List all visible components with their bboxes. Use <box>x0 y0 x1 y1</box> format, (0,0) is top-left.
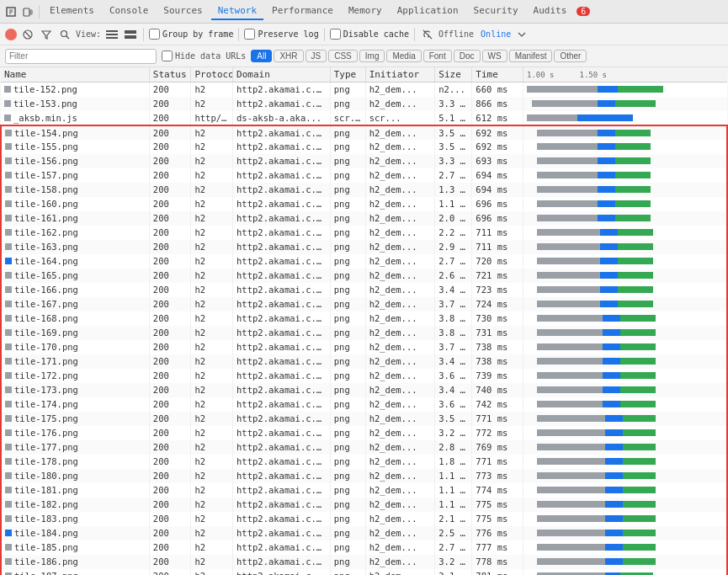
cell-name: tile-173.png <box>1 383 149 397</box>
table-row[interactable]: tile-181.png 200 h2 http2.akamai.c... pn… <box>1 483 727 498</box>
filter-type-js[interactable]: JS <box>306 50 327 62</box>
filter-type-xhr[interactable]: XHR <box>274 50 303 62</box>
filter-type-manifest[interactable]: Manifest <box>509 50 553 62</box>
record-btn[interactable] <box>5 29 17 40</box>
svg-rect-11 <box>125 35 136 39</box>
large-view-btn[interactable] <box>123 27 138 42</box>
cell-time: 773 ms <box>472 469 523 483</box>
table-row[interactable]: tile-156.png 200 h2 http2.akamai.c... pn… <box>1 154 727 168</box>
group-by-frame-checkbox[interactable] <box>149 29 160 40</box>
table-row[interactable]: tile-155.png 200 h2 http2.akamai.c... pn… <box>1 140 727 154</box>
col-header-size[interactable]: Size <box>435 67 472 83</box>
col-header-type[interactable]: Type <box>330 67 365 83</box>
tab-application[interactable]: Application <box>391 3 465 20</box>
table-row[interactable]: tile-166.png 200 h2 http2.akamai.c... pn… <box>1 283 727 297</box>
table-row[interactable]: tile-178.png 200 h2 http2.akamai.c... pn… <box>1 455 727 469</box>
filter-type-img[interactable]: Img <box>359 50 385 62</box>
tab-audits[interactable]: Audits <box>527 3 574 20</box>
table-row[interactable]: tile-176.png 200 h2 http2.akamai.c... pn… <box>1 426 727 440</box>
svg-rect-9 <box>106 37 118 39</box>
hide-data-urls-toggle[interactable]: Hide data URLs <box>162 51 246 61</box>
col-header-waterfall[interactable]: 1.00 s 1.50 s <box>523 67 727 83</box>
group-by-frame-toggle[interactable]: Group by frame <box>149 29 233 40</box>
filter-type-doc[interactable]: Doc <box>454 50 481 62</box>
disable-cache-checkbox[interactable] <box>330 29 341 40</box>
cell-waterfall <box>523 340 727 354</box>
clear-btn[interactable] <box>20 27 35 42</box>
table-row[interactable]: _aksb.min.js 200 http/1.1 ds-aksb-a.aka.… <box>1 111 727 125</box>
col-header-status[interactable]: Status <box>149 67 191 83</box>
tab-console[interactable]: Console <box>103 3 155 20</box>
table-row[interactable]: tile-161.png 200 h2 http2.akamai.c... pn… <box>1 211 727 226</box>
table-row[interactable]: tile-171.png 200 h2 http2.akamai.c... pn… <box>1 354 727 369</box>
cell-time: 693 ms <box>472 154 523 168</box>
tab-security[interactable]: Security <box>467 3 525 20</box>
table-row[interactable]: tile-187.png 200 h2 http2.akamai.c... pn… <box>1 569 727 576</box>
table-row[interactable]: tile-168.png 200 h2 http2.akamai.c... pn… <box>1 311 727 326</box>
table-row[interactable]: tile-175.png 200 h2 http2.akamai.c... pn… <box>1 412 727 426</box>
table-row[interactable]: tile-177.png 200 h2 http2.akamai.c... pn… <box>1 440 727 455</box>
cell-time: 777 ms <box>472 540 523 555</box>
table-row[interactable]: tile-173.png 200 h2 http2.akamai.c... pn… <box>1 383 727 397</box>
cell-status: 200 <box>149 498 191 512</box>
list-view-btn[interactable] <box>104 27 120 42</box>
cell-size: 3.1 ... <box>435 569 472 576</box>
table-row[interactable]: tile-152.png 200 h2 http2.akamai.c... pn… <box>1 83 727 97</box>
device-icon[interactable] <box>20 4 35 19</box>
table-row[interactable]: tile-154.png 200 h2 http2.akamai.c... pn… <box>1 125 727 140</box>
tab-performance[interactable]: Performance <box>265 3 340 20</box>
table-row[interactable]: tile-160.png 200 h2 http2.akamai.c... pn… <box>1 197 727 211</box>
tab-sources[interactable]: Sources <box>157 3 209 20</box>
table-row[interactable]: tile-182.png 200 h2 http2.akamai.c... pn… <box>1 498 727 512</box>
offline-icon[interactable] <box>420 27 435 42</box>
cell-name: tile-180.png <box>1 469 149 483</box>
disable-cache-toggle[interactable]: Disable cache <box>330 29 409 40</box>
network-table[interactable]: Name Status Protocol Domain Type Initiat… <box>0 67 728 575</box>
table-row[interactable]: tile-163.png 200 h2 http2.akamai.c... pn… <box>1 240 727 254</box>
table-row[interactable]: tile-183.png 200 h2 http2.akamai.c... pn… <box>1 512 727 526</box>
filter-type-ws[interactable]: WS <box>482 50 507 62</box>
table-row[interactable]: tile-167.png 200 h2 http2.akamai.c... pn… <box>1 297 727 311</box>
table-row[interactable]: tile-153.png 200 h2 http2.akamai.c... pn… <box>1 97 727 111</box>
tab-memory[interactable]: Memory <box>342 3 389 20</box>
filter-input[interactable] <box>5 49 157 64</box>
table-row[interactable]: tile-184.png 200 h2 http2.akamai.c... pn… <box>1 526 727 540</box>
filter-type-css[interactable]: CSS <box>328 50 358 62</box>
col-header-initiator[interactable]: Initiator <box>365 67 435 83</box>
row-filename: tile-157.png <box>14 170 78 180</box>
preserve-log-toggle[interactable]: Preserve log <box>244 29 318 40</box>
search-icon-btn[interactable] <box>57 27 72 42</box>
cell-protocol: h2 <box>191 283 233 297</box>
col-header-protocol[interactable]: Protocol <box>191 67 233 83</box>
table-row[interactable]: tile-185.png 200 h2 http2.akamai.c... pn… <box>1 540 727 555</box>
table-row[interactable]: tile-164.png 200 h2 http2.akamai.c... pn… <box>1 254 727 269</box>
table-row[interactable]: tile-170.png 200 h2 http2.akamai.c... pn… <box>1 340 727 354</box>
tab-elements[interactable]: Elements <box>43 3 101 20</box>
table-row[interactable]: tile-165.png 200 h2 http2.akamai.c... pn… <box>1 269 727 283</box>
table-row[interactable]: tile-186.png 200 h2 http2.akamai.c... pn… <box>1 555 727 569</box>
cell-type: png <box>330 440 365 455</box>
table-row[interactable]: tile-172.png 200 h2 http2.akamai.c... pn… <box>1 369 727 383</box>
filter-type-media[interactable]: Media <box>386 50 421 62</box>
table-row[interactable]: tile-158.png 200 h2 http2.akamai.c... pn… <box>1 183 727 197</box>
filter-type-other[interactable]: Other <box>554 50 587 62</box>
cell-initiator: h2_dem... <box>365 569 435 576</box>
inspect-icon[interactable] <box>3 4 19 19</box>
col-header-name[interactable]: Name <box>1 67 149 83</box>
col-header-time[interactable]: Time <box>472 67 523 83</box>
cell-name: tile-162.png <box>1 226 149 240</box>
tab-network[interactable]: Network <box>211 3 263 20</box>
col-header-domain[interactable]: Domain <box>233 67 331 83</box>
table-row[interactable]: tile-157.png 200 h2 http2.akamai.c... pn… <box>1 168 727 183</box>
table-row[interactable]: tile-180.png 200 h2 http2.akamai.c... pn… <box>1 469 727 483</box>
filter-icon-btn[interactable] <box>39 27 54 42</box>
hide-data-urls-checkbox[interactable] <box>162 51 173 61</box>
throttle-dropdown[interactable] <box>514 27 529 42</box>
table-row[interactable]: tile-162.png 200 h2 http2.akamai.c... pn… <box>1 226 727 240</box>
preserve-log-checkbox[interactable] <box>244 29 255 40</box>
table-row[interactable]: tile-169.png 200 h2 http2.akamai.c... pn… <box>1 326 727 340</box>
filter-type-all[interactable]: All <box>251 50 272 62</box>
table-row[interactable]: tile-174.png 200 h2 http2.akamai.c... pn… <box>1 397 727 412</box>
filter-type-font[interactable]: Font <box>423 50 452 62</box>
row-filename: tile-177.png <box>14 442 78 452</box>
